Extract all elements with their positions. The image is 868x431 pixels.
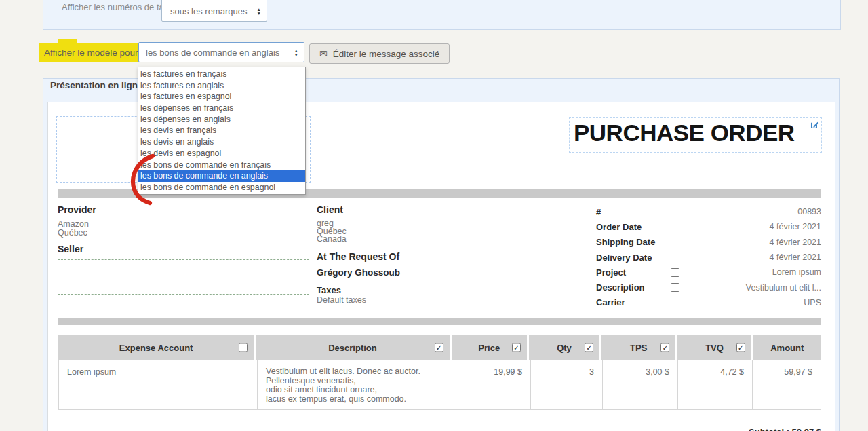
check-icon: ✓: [663, 344, 668, 351]
provider-line: Québec: [58, 229, 309, 238]
column-checkbox-checked[interactable]: ✓: [736, 343, 745, 352]
dropdown-option[interactable]: les factures en français: [138, 69, 305, 80]
dropdown-option[interactable]: les bons de commande en espagnol: [138, 182, 305, 193]
edit-message-button[interactable]: ✉ Éditer le message associé: [309, 43, 450, 64]
tax-numbers-panel: Afficher les numéros de taxes sous les r…: [43, 0, 841, 30]
edit-icon[interactable]: [810, 120, 819, 129]
column-price[interactable]: Price ✓: [452, 335, 527, 360]
order-details: # 00893 Order Date 4 février 2021 Shippi…: [596, 204, 821, 310]
detail-row: Shipping Date 4 février 2021: [596, 235, 821, 250]
check-icon: ✓: [513, 344, 519, 351]
template-dropdown-list[interactable]: les factures en français les factures en…: [138, 67, 306, 195]
dropdown-option[interactable]: les dépenses en français: [138, 102, 305, 114]
dropdown-option[interactable]: les devis en anglais: [138, 136, 305, 148]
tab-presentation-en-ligne[interactable]: Présentation en ligne: [50, 80, 143, 90]
dropdown-option[interactable]: les factures en anglais: [138, 80, 305, 92]
subtotal: Subtotal : 59,97 $: [58, 427, 821, 431]
detail-row: # 00893: [596, 204, 821, 219]
provider-line: Amazon: [58, 220, 309, 229]
column-checkbox-checked[interactable]: ✓: [512, 343, 521, 352]
column-qty[interactable]: Qty ✓: [529, 335, 599, 360]
dropdown-option[interactable]: les bons de commande en français: [138, 160, 305, 171]
envelope-icon: ✉: [319, 49, 328, 58]
select-arrows-icon: ▲ ▼: [294, 49, 298, 56]
column-checkbox-checked[interactable]: ✓: [660, 343, 669, 352]
cell-tvq: 4,72 $: [677, 360, 752, 409]
document-title: PURCHASE ORDER: [574, 119, 795, 147]
select-arrows-icon: ▲ ▼: [257, 7, 261, 15]
client-label: Client: [317, 204, 520, 215]
detail-row: Description Vestibulum ut elit l...: [596, 280, 821, 295]
cell-price: 19,99 $: [454, 360, 530, 409]
taxes-value: Default taxes: [317, 296, 520, 305]
cell-description: Vestibulum ut elit lacus. Donec ac aucto…: [257, 360, 454, 409]
detail-row: Delivery Date 4 février 2021: [596, 250, 821, 265]
client-line: Canada: [317, 236, 520, 244]
cell-expense-account: Lorem ipsum: [58, 360, 257, 409]
table-row: Lorem ipsum Vestibulum ut elit lacus. Do…: [58, 360, 821, 410]
column-expense-account[interactable]: Expense Account: [58, 335, 254, 360]
dropdown-option[interactable]: les devis en français: [138, 125, 305, 136]
items-table: Expense Account Description ✓ Price ✓ Qt…: [58, 335, 821, 410]
dropdown-option[interactable]: les devis en espagnol: [138, 148, 305, 160]
table-header-row: Expense Account Description ✓ Price ✓ Qt…: [58, 335, 821, 360]
column-tps[interactable]: TPS ✓: [601, 335, 675, 360]
tax-numbers-label: Afficher les numéros de taxes: [62, 2, 178, 12]
dropdown-option[interactable]: les dépenses en anglais: [138, 114, 305, 126]
client-line: Québec: [317, 228, 520, 236]
cell-tps: 3,00 $: [602, 360, 677, 409]
column-checkbox-unchecked[interactable]: [239, 343, 248, 352]
seller-label: Seller: [58, 244, 309, 255]
show-template-label: Afficher le modèle pour: [39, 43, 143, 62]
check-icon: ✓: [586, 344, 591, 351]
cell-qty: 3: [530, 360, 602, 409]
provider-label: Provider: [58, 204, 309, 215]
dropdown-option-selected[interactable]: les bons de commande en anglais: [138, 170, 305, 182]
detail-row: Order Date 4 février 2021: [596, 219, 821, 234]
project-checkbox-unchecked[interactable]: [671, 268, 679, 277]
cell-amount: 59,97 $: [752, 360, 821, 409]
column-checkbox-checked[interactable]: ✓: [435, 343, 443, 352]
template-select-value: les bons de commande en anglais: [146, 48, 294, 58]
column-checkbox-checked[interactable]: ✓: [585, 343, 593, 352]
request-of-label: At The Request Of: [317, 251, 520, 262]
document-title-box[interactable]: PURCHASE ORDER: [569, 117, 822, 153]
tax-numbers-select[interactable]: sous les remarques ▲ ▼: [161, 0, 267, 22]
client-line: greg: [317, 220, 520, 228]
description-checkbox-unchecked[interactable]: [671, 283, 679, 292]
column-description[interactable]: Description ✓: [256, 335, 449, 360]
template-select[interactable]: les bons de commande en anglais ▲ ▼: [138, 42, 304, 62]
dropdown-option[interactable]: les factures en espagnol: [138, 91, 305, 102]
check-icon: ✓: [738, 344, 743, 351]
request-of-value: Grégory Ghossoub: [317, 267, 520, 278]
separator-bar: [58, 318, 821, 325]
column-tvq[interactable]: TVQ ✓: [677, 335, 751, 360]
taxes-label: Taxes: [317, 285, 520, 295]
detail-row: Carrier UPS: [596, 295, 821, 310]
seller-placeholder[interactable]: [58, 259, 309, 295]
detail-row: Project Lorem ipsum: [596, 265, 821, 280]
check-icon: ✓: [436, 344, 441, 351]
column-amount[interactable]: Amount: [753, 335, 821, 360]
